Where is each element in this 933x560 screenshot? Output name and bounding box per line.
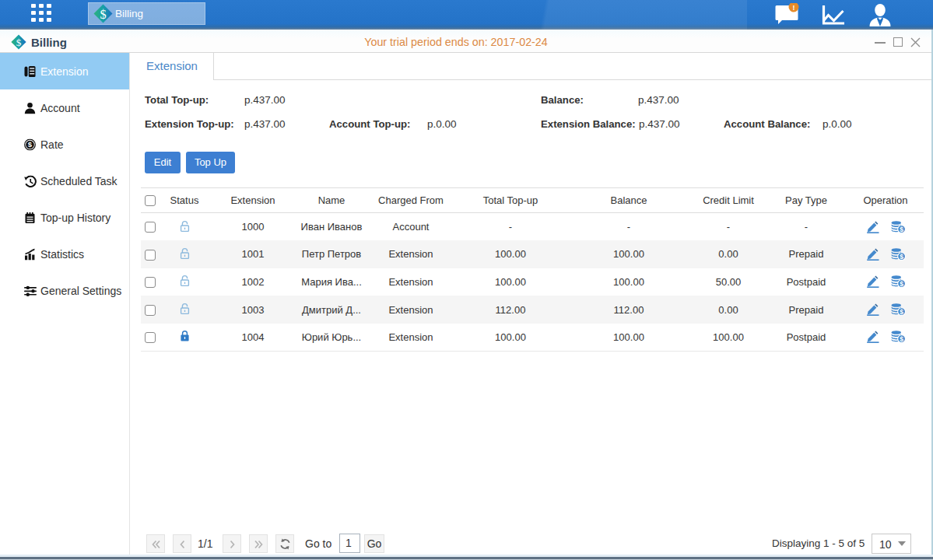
svg-text:$: $: [900, 335, 903, 343]
svg-text:$: $: [900, 280, 903, 288]
svg-text:$: $: [100, 7, 106, 22]
svg-text:$: $: [900, 253, 903, 261]
svg-text:$: $: [900, 308, 903, 316]
svg-text:!: !: [793, 4, 795, 12]
svg-text:$: $: [900, 225, 903, 233]
svg-text:$: $: [28, 140, 33, 149]
